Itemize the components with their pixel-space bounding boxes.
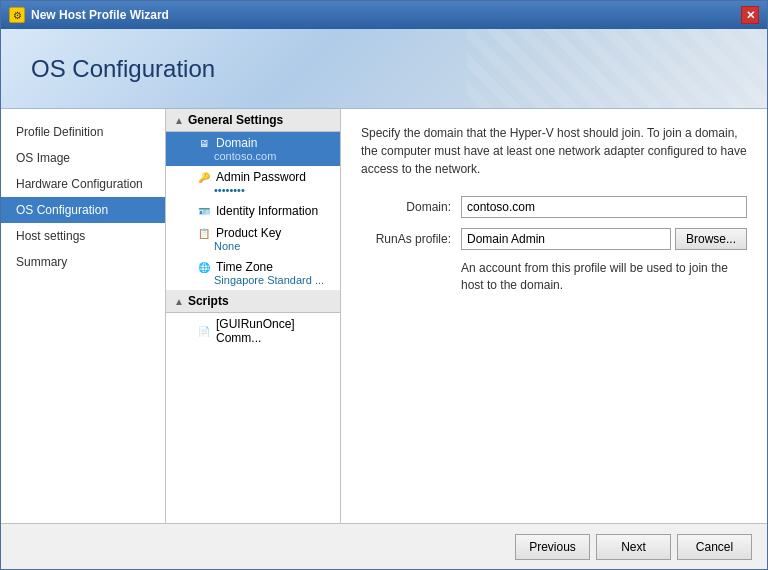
tree-item-admin-password-label: Admin Password <box>216 170 306 184</box>
tree-item-guirunonce[interactable]: 📄 [GUIRunOnce] Comm... <box>166 313 340 349</box>
general-settings-header: ▲ General Settings <box>166 109 340 132</box>
nav-item-host-settings[interactable]: Host settings <box>1 223 165 249</box>
nav-item-hardware-configuration[interactable]: Hardware Configuration <box>1 171 165 197</box>
admin-password-icon: 🔑 <box>196 170 212 184</box>
runas-row: RunAs profile: Browse... <box>361 228 747 250</box>
tree-item-product-key[interactable]: 📋 Product Key None <box>166 222 340 256</box>
tree-panel: ▲ General Settings 🖥 Domain contoso.com … <box>166 109 341 523</box>
detail-panel: Specify the domain that the Hyper-V host… <box>341 109 767 523</box>
tree-item-domain[interactable]: 🖥 Domain contoso.com <box>166 132 340 166</box>
nav-item-os-configuration[interactable]: OS Configuration <box>1 197 165 223</box>
scripts-header: ▲ Scripts <box>166 290 340 313</box>
tree-item-product-key-label: Product Key <box>216 226 281 240</box>
close-button[interactable]: ✕ <box>741 6 759 24</box>
runas-input[interactable] <box>461 228 671 250</box>
identity-icon: 🪪 <box>196 204 212 218</box>
scripts-label: Scripts <box>188 294 229 308</box>
domain-input[interactable] <box>461 196 747 218</box>
next-button[interactable]: Next <box>596 534 671 560</box>
domain-icon: 🖥 <box>196 136 212 150</box>
scripts-collapse-icon: ▲ <box>174 296 184 307</box>
runas-label: RunAs profile: <box>361 232 451 246</box>
nav-item-profile-definition[interactable]: Profile Definition <box>1 119 165 145</box>
main-content: Profile Definition OS Image Hardware Con… <box>1 109 767 523</box>
tree-item-admin-password[interactable]: 🔑 Admin Password •••••••• <box>166 166 340 200</box>
domain-row: Domain: <box>361 196 747 218</box>
collapse-icon: ▲ <box>174 115 184 126</box>
time-zone-icon: 🌐 <box>196 260 212 274</box>
wizard-window: ⚙ New Host Profile Wizard ✕ OS Configura… <box>0 0 768 570</box>
tree-item-admin-password-sub: •••••••• <box>196 184 330 196</box>
detail-description: Specify the domain that the Hyper-V host… <box>361 124 747 178</box>
header-bg <box>467 29 767 109</box>
tree-item-time-zone-sub: Singapore Standard ... <box>196 274 330 286</box>
window-icon: ⚙ <box>9 7 25 23</box>
page-header: OS Configuration <box>1 29 767 109</box>
footer: Previous Next Cancel <box>1 523 767 569</box>
tree-item-identity-label: Identity Information <box>216 204 318 218</box>
tree-item-identity-information[interactable]: 🪪 Identity Information <box>166 200 340 222</box>
window-title: New Host Profile Wizard <box>31 8 169 22</box>
script-icon: 📄 <box>196 324 212 338</box>
tree-item-domain-label: Domain <box>216 136 257 150</box>
tree-item-time-zone[interactable]: 🌐 Time Zone Singapore Standard ... <box>166 256 340 290</box>
nav-item-os-image[interactable]: OS Image <box>1 145 165 171</box>
left-nav: Profile Definition OS Image Hardware Con… <box>1 109 166 523</box>
cancel-button[interactable]: Cancel <box>677 534 752 560</box>
tree-item-domain-sub: contoso.com <box>196 150 330 162</box>
general-settings-label: General Settings <box>188 113 283 127</box>
nav-item-summary[interactable]: Summary <box>1 249 165 275</box>
domain-label: Domain: <box>361 200 451 214</box>
title-bar-left: ⚙ New Host Profile Wizard <box>9 7 169 23</box>
product-key-icon: 📋 <box>196 226 212 240</box>
tree-item-time-zone-label: Time Zone <box>216 260 273 274</box>
previous-button[interactable]: Previous <box>515 534 590 560</box>
tree-item-guirunonce-label: [GUIRunOnce] Comm... <box>216 317 330 345</box>
title-bar: ⚙ New Host Profile Wizard ✕ <box>1 1 767 29</box>
tree-item-product-key-sub: None <box>196 240 330 252</box>
page-title: OS Configuration <box>31 55 215 83</box>
note-text: An account from this profile will be use… <box>361 260 747 294</box>
browse-button[interactable]: Browse... <box>675 228 747 250</box>
